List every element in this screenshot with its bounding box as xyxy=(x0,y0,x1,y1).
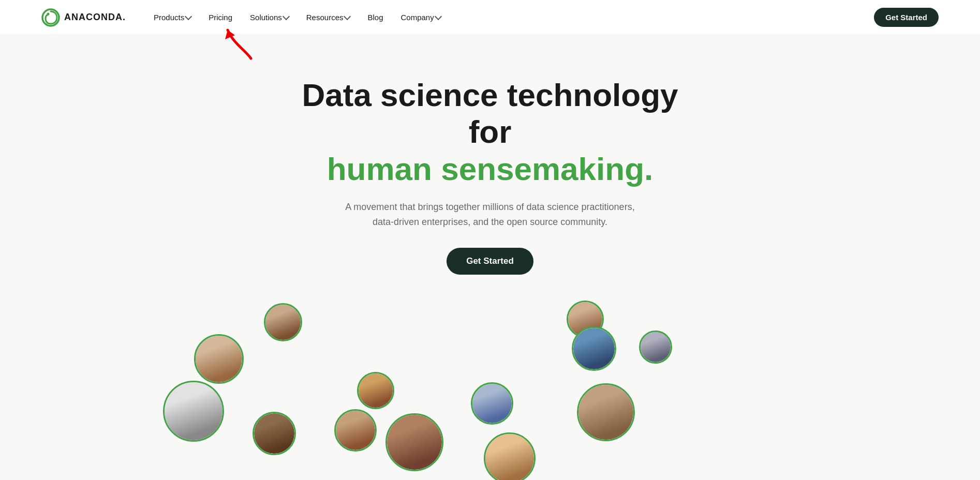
avatar xyxy=(385,413,443,471)
logo-text: ANACONDA. xyxy=(64,12,126,23)
nav-item-blog[interactable]: Blog xyxy=(360,9,390,26)
svg-point-1 xyxy=(47,12,50,15)
avatar xyxy=(334,409,377,452)
hero-subtitle: A movement that brings together millions… xyxy=(345,200,634,230)
avatar xyxy=(163,381,224,442)
nav-links: Products Pricing Solutions Resources Blo… xyxy=(146,9,874,26)
nav-item-products[interactable]: Products xyxy=(146,9,198,26)
hero-title-accent: human sensemaking. xyxy=(327,151,654,187)
hero-title: Data science technology for human sensem… xyxy=(288,77,692,187)
nav-item-company[interactable]: Company xyxy=(394,9,448,26)
avatar xyxy=(572,326,616,371)
avatar xyxy=(471,382,513,425)
nav-item-pricing[interactable]: Pricing xyxy=(201,9,240,26)
chevron-down-icon xyxy=(435,13,442,20)
avatar xyxy=(484,432,536,480)
chevron-down-icon xyxy=(185,13,192,20)
logo[interactable]: ANACONDA. xyxy=(41,8,126,27)
avatar xyxy=(639,331,672,364)
chevron-down-icon xyxy=(283,13,290,20)
hero-get-started-button[interactable]: Get Started xyxy=(447,248,533,275)
hero-section: Data science technology for human sensem… xyxy=(0,35,980,480)
avatar xyxy=(253,412,296,455)
avatar xyxy=(577,383,635,441)
avatar xyxy=(357,372,394,409)
nav-item-resources[interactable]: Resources xyxy=(299,9,358,26)
avatar xyxy=(194,334,244,384)
nav-get-started-button[interactable]: Get Started xyxy=(874,8,939,27)
avatar xyxy=(264,303,302,341)
avatars-cluster xyxy=(21,285,959,480)
nav-item-solutions[interactable]: Solutions xyxy=(243,9,296,26)
navbar: ANACONDA. Products Pricing Solutions Res… xyxy=(0,0,980,35)
chevron-down-icon xyxy=(344,13,351,20)
anaconda-logo-icon xyxy=(41,8,60,27)
